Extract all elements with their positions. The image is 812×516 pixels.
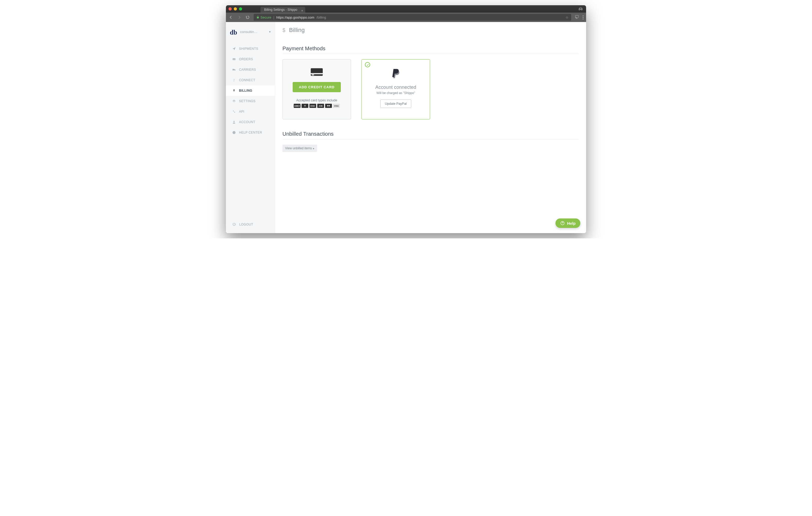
update-paypal-button[interactable]: Update PayPal [380,100,411,108]
view-unbilled-button[interactable]: View unbilled items ▸ [283,144,317,152]
account-logo: db [230,28,237,36]
brand-amex-icon: AMEX [294,104,300,108]
sidebar-item-shipments[interactable]: SHIPMENTS [226,44,275,54]
incognito-icon [578,6,583,12]
brand-discover-icon: DISC [310,104,316,108]
exchange-icon [232,78,236,82]
nav: SHIPMENTS ORDERS CARRIERS CONNECT BILLIN… [226,44,275,138]
sidebar-item-label: ORDERS [239,57,253,61]
address-bar[interactable]: Secure | https://app.goshippo.com/billin… [254,14,571,21]
paypal-status: Account connected [375,85,416,90]
unbilled-header: Unbilled Transactions [283,131,579,139]
inbox-icon [232,57,236,61]
sidebar-item-label: HELP CENTER [239,131,262,134]
help-icon [560,221,565,225]
svg-rect-7 [312,74,314,75]
accepted-note: Accepted card types include [296,99,337,102]
cogs-icon [232,110,236,113]
svg-point-3 [233,121,235,122]
sidebar-item-settings[interactable]: SETTINGS [226,96,275,106]
sidebar-item-api[interactable]: API [226,106,275,117]
account-switcher[interactable]: db consultin… ▼ [226,22,275,44]
help-widget[interactable]: Help [555,218,580,228]
payment-methods-header: Payment Methods [283,46,579,54]
app: db consultin… ▼ SHIPMENTS ORDERS CARRIER… [226,22,586,233]
power-icon [232,222,236,226]
brand-mastercard-icon: ⊕⊕ [325,104,332,108]
url-bar: Secure | https://app.goshippo.com/billin… [226,12,586,22]
sidebar-item-label: CONNECT [239,78,255,82]
paypal-note: Will be charged as "Shippo" [376,91,415,95]
svg-rect-6 [311,73,323,74]
main-content: $ Billing Payment Methods ADD CREDIT CAR… [275,22,586,233]
user-icon [232,120,236,124]
sidebar-item-carriers[interactable]: CARRIERS [226,64,275,75]
tab-strip: Billing Settings - Shippo × [260,5,305,12]
url-path: /billing [317,16,326,19]
sidebar-item-label: API [239,110,244,113]
check-circle-icon [365,62,370,67]
sidebar-item-help-center[interactable]: HELP CENTER [226,127,275,138]
add-credit-card-button[interactable]: ADD CREDIT CARD [293,82,341,92]
paypal-panel: Account connected Will be charged as "Sh… [361,59,430,119]
logout-label: LOGOUT [239,223,253,226]
svg-rect-0 [575,16,579,18]
page-title-row: $ Billing [283,27,579,33]
truck-icon [232,68,236,72]
cast-icon[interactable] [575,15,579,20]
bookmark-star-icon[interactable]: ☆ [566,16,569,19]
brand-visa-icon: VISA [333,104,340,108]
sidebar-item-label: ACCOUNT [239,120,255,124]
browser-tab[interactable]: Billing Settings - Shippo × [260,7,305,12]
sidebar-item-orders[interactable]: ORDERS [226,54,275,64]
paypal-icon [391,69,401,80]
chevron-down-icon: ▼ [268,30,271,33]
secure-label: Secure [260,16,271,19]
question-icon [232,131,236,134]
sidebar-item-connect[interactable]: CONNECT [226,75,275,85]
window-fullscreen-button[interactable] [239,7,242,10]
brand-jcb-icon: JCB [317,104,324,108]
tab-title: Billing Settings - Shippo [264,7,297,12]
logout-button[interactable]: LOGOUT [226,222,275,233]
svg-point-1 [233,111,234,112]
sidebar-item-label: CARRIERS [239,68,256,72]
payment-cards-row: ADD CREDIT CARD Accepted card types incl… [283,59,579,119]
titlebar: Billing Settings - Shippo × [226,5,586,12]
browser-menu-button[interactable] [583,16,583,19]
browser-window: Billing Settings - Shippo × Secure | htt… [226,5,586,233]
brand-diners-icon: ① [301,104,308,108]
url-host: https://app.goshippo.com [277,16,314,19]
sidebar: db consultin… ▼ SHIPMENTS ORDERS CARRIER… [226,22,275,233]
gear-icon [232,99,236,103]
sidebar-item-account[interactable]: ACCOUNT [226,117,275,127]
unbilled-row: View unbilled items ▸ [283,144,579,152]
dollar-icon [232,89,236,92]
credit-card-panel: ADD CREDIT CARD Accepted card types incl… [283,59,351,119]
paper-plane-icon [232,47,236,51]
view-unbilled-label: View unbilled items [285,146,312,150]
sidebar-item-label: SHIPMENTS [239,47,258,51]
traffic-lights [229,7,242,10]
account-name: consultin… [240,30,266,34]
svg-point-2 [234,112,235,113]
card-brands: AMEX ① DISC JCB ⊕⊕ VISA [294,104,340,108]
lock-icon [256,16,259,19]
forward-button[interactable] [237,15,242,20]
back-button[interactable] [229,15,233,20]
sidebar-item-billing[interactable]: BILLING [226,85,275,96]
chevron-right-icon: ▸ [313,147,314,150]
credit-card-icon [310,67,323,78]
sidebar-item-label: SETTINGS [239,99,256,103]
help-label: Help [567,221,576,225]
dollar-icon: $ [283,27,285,33]
tab-close-icon[interactable]: × [301,8,303,13]
secure-indicator: Secure [256,16,271,19]
reload-button[interactable] [245,15,250,20]
window-close-button[interactable] [229,7,232,10]
page-title: Billing [289,27,305,33]
url-divider: | [273,16,274,19]
sidebar-item-label: BILLING [239,89,252,92]
window-minimize-button[interactable] [234,7,237,10]
